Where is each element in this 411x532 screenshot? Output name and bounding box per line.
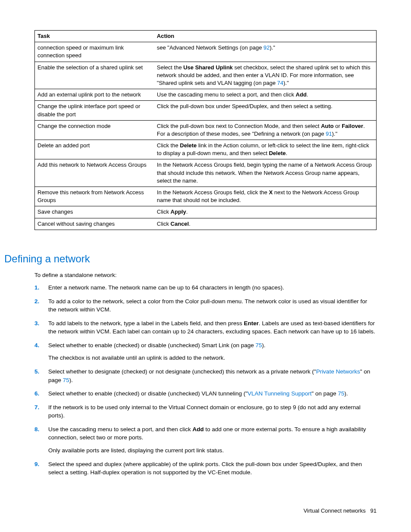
step-paragraph: If the network is to be used only intern… bbox=[48, 403, 377, 420]
step-paragraph: The checkbox is not available until an u… bbox=[48, 354, 377, 362]
step-body: To add labels to the network, type a lab… bbox=[48, 319, 377, 336]
action-cell: see "Advanced Network Settings (on page … bbox=[154, 42, 376, 62]
step-paragraph: Select whether to designate (checked) or… bbox=[48, 367, 377, 384]
section-heading: Defining a network bbox=[4, 252, 377, 267]
section-intro: To define a standalone network: bbox=[34, 271, 377, 280]
table-row: Cancel without saving changesClick Cance… bbox=[35, 218, 377, 230]
footer-text: Virtual Connect networks bbox=[303, 507, 365, 514]
table-row: Delete an added portClick the Delete lin… bbox=[35, 140, 377, 159]
step-number: 1. bbox=[34, 283, 48, 292]
task-cell: Change the uplink interface port speed o… bbox=[35, 101, 155, 120]
step-body: To add a color to the network, select a … bbox=[48, 297, 377, 314]
action-cell: Click the pull-down box under Speed/Dupl… bbox=[154, 101, 376, 120]
step-paragraph: To add a color to the network, select a … bbox=[48, 297, 377, 314]
task-cell: Change the connection mode bbox=[35, 120, 155, 140]
page-link[interactable]: 92 bbox=[263, 44, 269, 51]
action-cell: Use the cascading menu to select a port,… bbox=[154, 89, 376, 101]
table-row: Add this network to Network Access Group… bbox=[35, 159, 377, 187]
list-item: 3.To add labels to the network, type a l… bbox=[34, 319, 377, 336]
step-body: Enter a network name. The network name c… bbox=[48, 283, 377, 292]
table-row: connection speed or maximum link connect… bbox=[35, 42, 377, 62]
step-paragraph: Only available ports are listed, display… bbox=[48, 446, 377, 455]
task-cell: Enable the selection of a shared uplink … bbox=[35, 62, 155, 89]
action-cell: Click Cancel. bbox=[154, 218, 376, 230]
step-number: 3. bbox=[34, 319, 48, 336]
step-paragraph: Select the speed and duplex (where appli… bbox=[48, 460, 377, 477]
step-number: 5. bbox=[34, 367, 48, 384]
table-row: Add an external uplink port to the netwo… bbox=[35, 89, 377, 101]
list-item: 5.Select whether to designate (checked) … bbox=[34, 367, 377, 384]
step-body: Select whether to enable (checked) or di… bbox=[48, 341, 377, 362]
step-paragraph: Use the cascading menu to select a port,… bbox=[48, 425, 377, 442]
list-item: 8.Use the cascading menu to select a por… bbox=[34, 425, 377, 455]
list-item: 2.To add a color to the network, select … bbox=[34, 297, 377, 314]
action-cell: In the Network Access Groups field, clic… bbox=[154, 187, 376, 206]
step-body: Select the speed and duplex (where appli… bbox=[48, 460, 377, 477]
task-cell: Add an external uplink port to the netwo… bbox=[35, 89, 155, 101]
action-cell: Select the Use Shared Uplink set checkbo… bbox=[154, 62, 376, 89]
page-link[interactable]: 75 bbox=[63, 377, 69, 383]
step-number: 7. bbox=[34, 403, 48, 420]
table-row: Remove this network from Network Access … bbox=[35, 187, 377, 206]
step-body: Use the cascading menu to select a port,… bbox=[48, 425, 377, 455]
step-number: 2. bbox=[34, 297, 48, 314]
list-item: 1.Enter a network name. The network name… bbox=[34, 283, 377, 292]
page-link[interactable]: Private Networks bbox=[316, 368, 360, 375]
action-cell: Click Apply. bbox=[154, 206, 376, 218]
page-footer: Virtual Connect networks 91 bbox=[34, 507, 377, 515]
task-action-table: Task Action connection speed or maximum … bbox=[34, 30, 377, 230]
step-paragraph: To add labels to the network, type a lab… bbox=[48, 319, 377, 336]
page-link[interactable]: 74 bbox=[277, 80, 283, 86]
list-item: 6.Select whether to enable (checked) or … bbox=[34, 389, 377, 398]
step-paragraph: Select whether to enable (checked) or di… bbox=[48, 341, 377, 350]
list-item: 4.Select whether to enable (checked) or … bbox=[34, 341, 377, 362]
step-number: 8. bbox=[34, 425, 48, 455]
task-cell: Cancel without saving changes bbox=[35, 218, 155, 230]
page-link[interactable]: 75 bbox=[255, 342, 262, 348]
task-cell: Save changes bbox=[35, 206, 155, 218]
step-number: 6. bbox=[34, 389, 48, 398]
page-link[interactable]: VLAN Tunneling Support bbox=[248, 390, 312, 397]
action-cell: Click the Delete link in the Action colu… bbox=[154, 140, 376, 159]
step-number: 9. bbox=[34, 460, 48, 477]
task-cell: Add this network to Network Access Group… bbox=[35, 159, 155, 187]
step-body: Select whether to enable (checked) or di… bbox=[48, 389, 377, 398]
page-link[interactable]: 75 bbox=[338, 390, 344, 397]
step-paragraph: Enter a network name. The network name c… bbox=[48, 283, 377, 292]
step-number: 4. bbox=[34, 341, 48, 362]
step-body: Select whether to designate (checked) or… bbox=[48, 367, 377, 384]
task-cell: Remove this network from Network Access … bbox=[35, 187, 155, 206]
step-body: If the network is to be used only intern… bbox=[48, 403, 377, 420]
task-cell: Delete an added port bbox=[35, 140, 155, 159]
table-row: Change the uplink interface port speed o… bbox=[35, 101, 377, 120]
table-header-action: Action bbox=[154, 31, 376, 42]
list-item: 9.Select the speed and duplex (where app… bbox=[34, 460, 377, 477]
list-item: 7.If the network is to be used only inte… bbox=[34, 403, 377, 420]
table-row: Change the connection modeClick the pull… bbox=[35, 120, 377, 140]
table-row: Save changesClick Apply. bbox=[35, 206, 377, 218]
action-cell: In the Network Access Groups field, begi… bbox=[154, 159, 376, 187]
steps-list: 1.Enter a network name. The network name… bbox=[34, 283, 377, 477]
task-cell: connection speed or maximum link connect… bbox=[35, 42, 155, 62]
table-header-task: Task bbox=[35, 31, 155, 42]
step-paragraph: Select whether to enable (checked) or di… bbox=[48, 389, 377, 398]
page-link[interactable]: 91 bbox=[326, 131, 332, 137]
table-row: Enable the selection of a shared uplink … bbox=[35, 62, 377, 89]
action-cell: Click the pull-down box next to Connecti… bbox=[154, 120, 376, 140]
footer-page: 91 bbox=[371, 507, 377, 514]
